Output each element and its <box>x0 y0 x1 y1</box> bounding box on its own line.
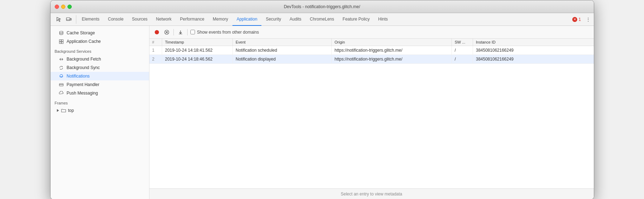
error-dot: ✕ <box>572 17 577 22</box>
tab-chromelens[interactable]: ChromeLens <box>306 13 338 26</box>
title-bar: DevTools - notification-triggers.glitch.… <box>51 0 594 13</box>
cell-instanceid: 3845081062166249 <box>473 55 594 64</box>
cloud-icon <box>59 91 64 96</box>
table-row[interactable]: 1 2019-10-24 14:18:41.562 Notification s… <box>149 46 594 55</box>
tab-security[interactable]: Security <box>261 13 285 26</box>
tab-console[interactable]: Console <box>104 13 128 26</box>
window-title: DevTools - notification-triggers.glitch.… <box>284 4 360 9</box>
sidebar-item-background-fetch[interactable]: Background Fetch <box>51 55 149 63</box>
toolbar-separator <box>173 29 174 35</box>
cell-sw: / <box>452 55 473 64</box>
tab-network[interactable]: Network <box>152 13 176 26</box>
col-header-instanceid: Instance ID <box>473 39 594 46</box>
triangle-icon <box>57 109 59 112</box>
col-header-num: # <box>149 39 162 46</box>
close-button[interactable] <box>55 5 59 9</box>
devtools-icon-group <box>52 15 76 24</box>
table-body: 1 2019-10-24 14:18:41.562 Notification s… <box>149 46 594 64</box>
cell-timestamp: 2019-10-24 14:18:41.562 <box>162 46 233 55</box>
sidebar-item-top-frame[interactable]: top <box>51 107 149 114</box>
cell-sw: / <box>452 46 473 55</box>
sidebar-item-notifications[interactable]: Notifications <box>51 72 149 80</box>
tab-sources[interactable]: Sources <box>128 13 152 26</box>
col-header-timestamp: Timestamp <box>162 39 233 46</box>
cell-origin: https://notification-triggers.glitch.me/ <box>332 46 452 55</box>
status-bar: Select an entry to view metadata <box>149 188 594 199</box>
minimize-button[interactable] <box>61 5 65 9</box>
sidebar-item-cache-storage[interactable]: Cache Storage <box>51 29 149 37</box>
maximize-button[interactable] <box>67 5 72 9</box>
cell-timestamp: 2019-10-24 14:18:46.562 <box>162 55 233 64</box>
sidebar-item-payment-handler[interactable]: Payment Handler <box>51 80 149 89</box>
record-button[interactable] <box>153 28 161 36</box>
bell-icon <box>59 74 64 79</box>
col-header-sw: SW ... <box>452 39 473 46</box>
tab-right-actions: ✕ 1 ⋮ <box>572 15 592 24</box>
sidebar-item-background-sync[interactable]: Background Sync <box>51 63 149 72</box>
svg-rect-0 <box>66 18 70 21</box>
arrows-icon <box>59 57 64 62</box>
traffic-lights <box>55 5 72 9</box>
cell-event: Notification scheduled <box>233 46 332 55</box>
svg-rect-5 <box>61 40 63 41</box>
data-table: # Timestamp Event Origin SW ... Instance… <box>149 39 594 64</box>
card-icon <box>59 82 64 87</box>
tab-elements[interactable]: Elements <box>78 13 104 26</box>
more-options-icon[interactable]: ⋮ <box>584 15 592 24</box>
cell-num: 1 <box>149 46 162 55</box>
svg-rect-6 <box>59 42 61 44</box>
cell-num: 2 <box>149 55 162 64</box>
folder-icon <box>61 108 66 113</box>
table-header-row: # Timestamp Event Origin SW ... Instance… <box>149 39 594 46</box>
database-icon <box>59 30 64 35</box>
svg-rect-1 <box>70 18 71 20</box>
sidebar: Cache Storage Application Cache Backgrou… <box>51 26 149 199</box>
cell-event: Notification displayed <box>233 55 332 64</box>
toolbar-separator-2 <box>187 29 188 35</box>
tab-audits[interactable]: Audits <box>285 13 306 26</box>
sidebar-item-push-messaging[interactable]: Push Messaging <box>51 89 149 97</box>
svg-point-3 <box>60 31 63 33</box>
notifications-table: # Timestamp Event Origin SW ... Instance… <box>149 39 594 188</box>
tab-performance[interactable]: Performance <box>176 13 209 26</box>
error-badge: ✕ 1 <box>572 17 581 22</box>
cell-origin: https://notification-triggers.glitch.me/ <box>332 55 452 64</box>
tab-application[interactable]: Application <box>232 13 262 26</box>
background-services-label: Background Services <box>51 46 149 55</box>
tab-hints[interactable]: Hints <box>374 13 392 26</box>
frames-label: Frames <box>51 97 149 107</box>
content-toolbar: Show events from other domains <box>149 26 594 39</box>
device-icon[interactable] <box>65 15 73 24</box>
cell-instanceid: 3845081062166249 <box>473 46 594 55</box>
inspect-icon[interactable] <box>55 15 63 24</box>
grid-icon <box>59 39 64 44</box>
devtools-tab-bar: Elements Console Sources Network Perform… <box>51 13 594 26</box>
svg-rect-4 <box>59 40 61 41</box>
devtools-window: DevTools - notification-triggers.glitch.… <box>50 0 594 199</box>
main-layout: Cache Storage Application Cache Backgrou… <box>51 26 594 199</box>
svg-point-11 <box>155 30 159 34</box>
sync-icon <box>59 65 64 70</box>
sidebar-item-application-cache[interactable]: Application Cache <box>51 37 149 46</box>
col-header-origin: Origin <box>332 39 452 46</box>
show-events-checkbox-label[interactable]: Show events from other domains <box>190 30 259 35</box>
tab-feature-policy[interactable]: Feature Policy <box>338 13 374 26</box>
tab-memory[interactable]: Memory <box>208 13 232 26</box>
download-button[interactable] <box>177 28 184 36</box>
col-header-event: Event <box>233 39 332 46</box>
show-events-checkbox[interactable] <box>190 30 195 34</box>
table-row[interactable]: 2 2019-10-24 14:18:46.562 Notification d… <box>149 55 594 64</box>
content-area: Show events from other domains # Timesta… <box>149 26 594 199</box>
clear-button[interactable] <box>163 28 171 36</box>
svg-rect-7 <box>61 42 63 44</box>
